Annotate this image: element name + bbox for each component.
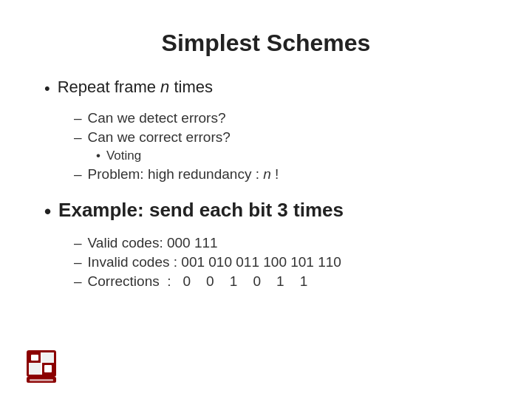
bullet-2-sub-1-text: Valid codes: 000 111 (88, 235, 218, 251)
bullet-1-sub-1: – Can we detect errors? (74, 110, 488, 126)
bullet-2-sub-2: – Invalid codes : 001 010 011 100 101 11… (74, 254, 488, 270)
bullet-1-subitems: – Can we detect errors? – Can we correct… (74, 110, 488, 183)
dash-icon-6: – (74, 273, 82, 290)
svg-rect-4 (29, 363, 41, 375)
dash-icon-4: – (74, 235, 82, 251)
bullet-1-sub-2-text: Can we correct errors? (88, 129, 231, 146)
bullet-dot-sm-1: • (96, 149, 100, 163)
bullet-2-subitems: – Valid codes: 000 111 – Invalid codes :… (74, 235, 488, 290)
logo-svg (22, 347, 61, 386)
dash-icon-3: – (74, 166, 82, 183)
bullet-2-sub-2-text: Invalid codes : 001 010 011 100 101 110 (88, 254, 341, 270)
university-logo (22, 347, 61, 386)
bullet-2-dot: • (44, 200, 51, 223)
slide-title: Simplest Schemes (44, 30, 488, 57)
bullet-1-dot: • (44, 79, 50, 98)
bullet-1-sub-2-sub-1-text: Voting (106, 149, 141, 163)
slide-content: • Repeat frame n times – Can we detect e… (44, 78, 488, 377)
svg-rect-7 (44, 365, 52, 372)
svg-rect-5 (42, 352, 54, 363)
dash-icon-5: – (74, 254, 82, 270)
svg-rect-6 (31, 355, 38, 361)
svg-rect-9 (30, 379, 53, 381)
dash-icon-1: – (74, 110, 82, 126)
bullet-1-sub-3-text: Problem: high redundancy : n ! (88, 166, 279, 183)
bullet-1-sub-2: – Can we correct errors? (74, 129, 488, 146)
bullet-1-sub-2-sub-1: • Voting (96, 149, 488, 163)
bullet-2-sub-3-text: Corrections : 0 0 1 0 1 1 (88, 273, 308, 290)
dash-icon-2: – (74, 129, 82, 146)
bullet-2-text: Example: send each bit 3 times (58, 199, 344, 222)
bullet-1-text: Repeat frame n times (58, 78, 213, 97)
slide: Simplest Schemes • Repeat frame n times … (0, 0, 532, 399)
bullet-1-sub-3: – Problem: high redundancy : n ! (74, 166, 488, 183)
bullet-2-sub-3: – Corrections : 0 0 1 0 1 1 (74, 273, 488, 290)
bullet-1: • Repeat frame n times (44, 78, 488, 98)
bullet-2: • Example: send each bit 3 times (44, 199, 488, 223)
bullet-2-sub-1: – Valid codes: 000 111 (74, 235, 488, 251)
bullet-1-sub-1-text: Can we detect errors? (88, 110, 226, 126)
